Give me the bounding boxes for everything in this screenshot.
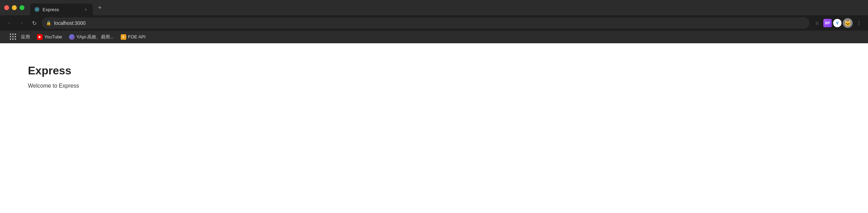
page-subtitle: Welcome to Express (28, 83, 840, 89)
tabs-area: Express × + (30, 0, 864, 15)
page-title: Express (28, 64, 840, 77)
bookmark-star-button[interactable]: ☆ (812, 18, 822, 28)
bookmark-yapi[interactable]: YApi-高效、易用... (66, 32, 117, 42)
bookmark-apps[interactable]: 应用 (4, 31, 33, 43)
bookmarks-bar: 应用 YouTube YApi-高效、易用... F FOE API (0, 31, 868, 43)
rp-icon: RP (825, 21, 830, 25)
y-icon: Y (836, 21, 839, 26)
reload-icon: ↻ (32, 20, 37, 27)
minimize-button[interactable] (12, 5, 17, 10)
address-text: localhost:3000 (54, 20, 805, 26)
reload-button[interactable]: ↻ (29, 18, 39, 28)
lock-icon: 🔒 (46, 21, 51, 25)
star-icon: ☆ (815, 20, 820, 26)
maximize-button[interactable] (20, 5, 24, 10)
apps-label: 应用 (21, 34, 30, 40)
profile-button[interactable]: 🐱 (843, 18, 853, 28)
extension-rp[interactable]: RP (823, 19, 832, 27)
active-tab[interactable]: Express × (30, 3, 93, 15)
apps-grid-icon (7, 32, 19, 42)
browser-chrome: Express × + ‹ › ↻ 🔒 localhost:3000 ☆ RP (0, 0, 868, 43)
yapi-favicon (69, 34, 75, 40)
page-content: Express Welcome to Express (0, 43, 868, 204)
foe-label: FOE API (128, 34, 146, 39)
nav-bar: ‹ › ↻ 🔒 localhost:3000 ☆ RP Y 🐱 (0, 15, 868, 31)
forward-button[interactable]: › (17, 18, 27, 28)
forward-icon: › (21, 20, 22, 26)
bookmark-foe[interactable]: F FOE API (118, 33, 149, 41)
svg-point-0 (36, 9, 37, 10)
address-bar[interactable]: 🔒 localhost:3000 (42, 17, 809, 29)
avatar-icon: 🐱 (844, 20, 851, 27)
new-tab-button[interactable]: + (95, 3, 105, 13)
back-icon: ‹ (8, 20, 10, 26)
youtube-label: YouTube (44, 34, 62, 39)
tab-title: Express (43, 7, 80, 12)
menu-icon: ⋮ (856, 20, 861, 26)
title-bar: Express × + (0, 0, 868, 15)
traffic-lights (4, 5, 24, 10)
menu-button[interactable]: ⋮ (854, 18, 864, 28)
tab-close-button[interactable]: × (83, 7, 89, 12)
close-button[interactable] (4, 5, 9, 10)
back-button[interactable]: ‹ (4, 18, 14, 28)
toolbar-right: ☆ RP Y 🐱 ⋮ (812, 18, 864, 28)
tab-favicon (34, 7, 40, 12)
foe-favicon: F (121, 34, 126, 40)
youtube-favicon (37, 34, 43, 40)
extension-y[interactable]: Y (833, 19, 841, 27)
bookmark-youtube[interactable]: YouTube (34, 33, 65, 41)
yapi-label: YApi-高效、易用... (76, 34, 114, 40)
